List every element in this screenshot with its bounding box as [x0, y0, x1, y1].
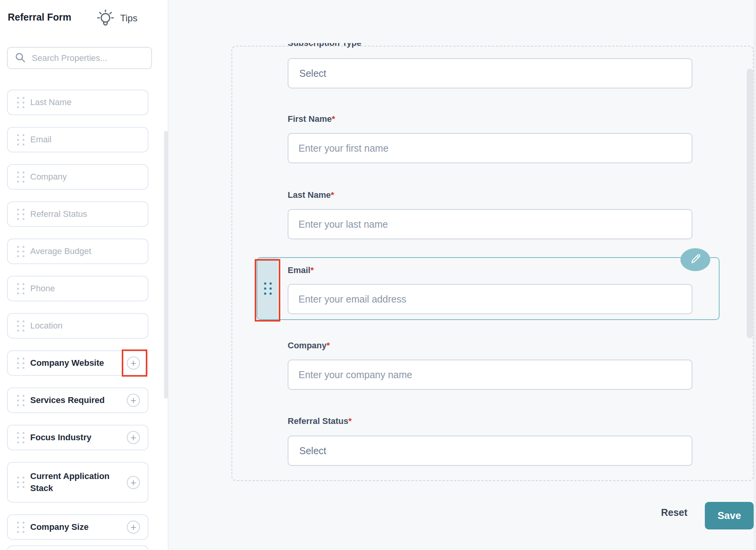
required-asterisk: *	[332, 114, 335, 124]
property-label: Current Application Stack	[30, 470, 127, 495]
property-label: Company Website	[30, 357, 104, 369]
drag-dots-icon	[17, 320, 24, 332]
property-label: Focus Industry	[30, 432, 91, 444]
drag-dots-icon	[264, 282, 272, 295]
drag-dots-icon	[17, 477, 24, 488]
property-label: Company Size	[30, 521, 88, 533]
property-list-item[interactable]: Phone	[7, 276, 148, 301]
main-scrollbar-thumb[interactable]	[747, 69, 753, 338]
add-property-button[interactable]: +	[127, 431, 140, 444]
email-input[interactable]	[288, 284, 692, 314]
annotation-highlight-add-button	[122, 349, 147, 377]
field-label-last-name: Last Name*	[288, 190, 334, 200]
list-item-partial	[7, 545, 148, 550]
property-label: Referral Status	[30, 208, 87, 220]
property-label: Last Name	[30, 97, 71, 109]
property-label: Phone	[30, 283, 55, 295]
field-label-first-name: First Name*	[288, 114, 335, 124]
property-label: Location	[30, 320, 62, 332]
save-button[interactable]: Save	[705, 502, 754, 529]
referral-status-select[interactable]: Select	[288, 436, 692, 466]
drag-dots-icon	[17, 171, 24, 183]
property-list-item[interactable]: Company Website +	[7, 350, 148, 376]
edit-field-button[interactable]	[680, 248, 710, 271]
property-search	[7, 47, 152, 69]
add-property-button[interactable]: +	[127, 476, 140, 489]
field-label-email: Email*	[288, 265, 314, 275]
field-label-subscription-type: Subscription Type	[288, 43, 361, 51]
property-list-item[interactable]: Company Size +	[7, 514, 148, 540]
property-list-item[interactable]: Last Name	[7, 90, 148, 115]
search-input[interactable]	[31, 53, 151, 64]
sidebar-scrollbar-thumb[interactable]	[164, 131, 168, 399]
sidebar-title: Referral Form	[8, 12, 71, 23]
field-label-referral-status: Referral Status*	[288, 416, 352, 426]
last-name-input[interactable]	[288, 209, 692, 239]
add-property-button[interactable]: +	[127, 394, 140, 407]
drag-dots-icon	[17, 395, 24, 406]
property-list-item[interactable]: Services Required +	[7, 387, 148, 413]
property-list-item[interactable]: Average Budget	[7, 239, 148, 264]
lightbulb-icon	[95, 8, 116, 29]
property-label: Services Required	[30, 394, 105, 406]
company-input[interactable]	[288, 360, 692, 390]
search-icon	[15, 52, 26, 64]
drag-dots-icon	[17, 246, 24, 257]
reset-button[interactable]: Reset	[653, 507, 696, 519]
add-property-button[interactable]: +	[127, 521, 140, 534]
drag-dots-icon	[17, 209, 24, 220]
drag-dots-icon	[17, 97, 24, 108]
subscription-type-select[interactable]: Select	[288, 58, 692, 88]
first-name-input[interactable]	[288, 133, 692, 163]
required-asterisk: *	[326, 341, 330, 350]
drag-handle[interactable]	[257, 258, 278, 319]
property-list-item[interactable]: Referral Status	[7, 201, 148, 227]
form-preview-area: Subscription Type Select First Name* Las…	[168, 0, 756, 550]
drag-dots-icon	[17, 134, 24, 145]
drag-dots-icon	[17, 432, 24, 443]
property-list-item[interactable]: Location	[7, 313, 148, 339]
property-list-item[interactable]: Focus Industry +	[7, 425, 148, 450]
property-label: Average Budget	[30, 246, 91, 258]
property-label: Company	[30, 171, 67, 183]
required-asterisk: *	[331, 190, 334, 200]
drag-dots-icon	[17, 358, 24, 369]
property-list-item[interactable]: Company	[7, 164, 148, 190]
property-list: Last Name Email Company Referral Status …	[7, 90, 148, 540]
tips-button[interactable]: Tips	[95, 8, 137, 29]
property-list-item[interactable]: Current Application Stack +	[7, 462, 148, 503]
drag-dots-icon	[17, 283, 24, 294]
field-label-company: Company*	[288, 341, 330, 351]
pencil-icon	[689, 253, 702, 266]
form-builder-page: Referral Form Tips	[0, 0, 756, 550]
tips-label[interactable]: Tips	[120, 13, 137, 24]
main-scrollbar-track[interactable]	[754, 0, 756, 550]
properties-sidebar: Referral Form Tips	[0, 0, 168, 550]
property-label: Email	[30, 134, 52, 146]
property-list-item[interactable]: Email	[7, 127, 148, 152]
required-asterisk: *	[349, 416, 352, 426]
drag-dots-icon	[17, 522, 24, 533]
required-asterisk: *	[311, 265, 314, 275]
